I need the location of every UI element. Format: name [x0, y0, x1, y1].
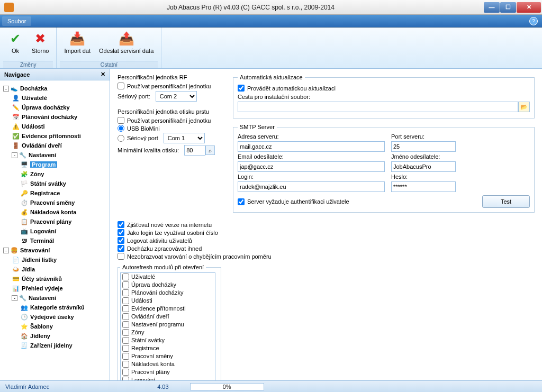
autorefresh-item[interactable]: Státní svátky: [121, 336, 215, 344]
autorefresh-item[interactable]: Uživatelé: [121, 273, 215, 281]
auto-update-fieldset: Automatická aktualizace Provádět automat…: [233, 74, 535, 118]
tree-toggle[interactable]: -: [12, 152, 17, 158]
ok-button[interactable]: ✔ Ok: [3, 30, 28, 55]
autorefresh-item[interactable]: Úprava docházky: [121, 281, 215, 289]
autorefresh-item[interactable]: Plánování docházky: [121, 289, 215, 297]
chk-process-now[interactable]: Docházku zpracovávat ihned: [118, 245, 535, 252]
autorefresh-item[interactable]: Registrace: [121, 344, 215, 352]
auto-update-checkbox[interactable]: Provádět automatickou aktualizaci: [238, 85, 530, 92]
cancel-button[interactable]: ✖ Storno: [28, 30, 53, 55]
send-icon: 📤: [119, 31, 134, 47]
tree-kategorie[interactable]: Kategorie strávníků: [30, 304, 85, 311]
navigation-panel: Navigace ✕ -👟 Docházka 👤 Uživatelé ✏️ Úp…: [0, 69, 110, 380]
template-icon: ⭐: [20, 322, 29, 331]
autorefresh-item[interactable]: Nastavení programu: [121, 321, 215, 329]
autorefresh-legend: Autorefresh modulů při otevření: [120, 264, 206, 270]
tree-smeny[interactable]: Pracovní směny: [30, 199, 75, 206]
nav-tree[interactable]: -👟 Docházka 👤 Uživatelé ✏️ Úprava docház…: [0, 80, 110, 380]
rf-port-select[interactable]: Com 2: [156, 91, 197, 102]
smtp-name-label: Jméno odesílatele:: [391, 153, 456, 160]
menu-file[interactable]: Soubor: [2, 16, 31, 26]
tree-dvere[interactable]: Ovládání dveří: [22, 142, 62, 149]
smtp-auth-checkbox[interactable]: Server vyžaduje authentifikaci uživatele: [238, 198, 349, 205]
autorefresh-item[interactable]: Nákladová konta: [121, 360, 215, 368]
tree-prehled[interactable]: Přehled výdeje: [22, 285, 63, 291]
category-icon: 👥: [20, 303, 29, 312]
device-icon: 🧾: [20, 341, 29, 350]
auto-path-label: Cesta pro instalační soubor:: [238, 94, 530, 100]
maximize-button[interactable]: ☐: [500, 2, 516, 13]
tree-jidleny[interactable]: Jídleny: [30, 333, 50, 339]
tree-plany[interactable]: Pracovní plány: [30, 218, 71, 225]
smtp-port-input[interactable]: [391, 141, 456, 152]
help-icon[interactable]: ?: [529, 17, 538, 25]
chk-no-warn[interactable]: Nezobrazvoat varování o chybějícím praco…: [118, 253, 535, 260]
tree-terminal[interactable]: Terminál: [30, 238, 54, 244]
min-quality-input[interactable]: [184, 145, 205, 156]
close-button[interactable]: ✕: [517, 2, 541, 13]
usb-biomini-radio[interactable]: USB BioMini: [118, 125, 223, 132]
tree-zony[interactable]: Zóny: [30, 171, 44, 177]
finger-port-select[interactable]: Com 1: [164, 133, 205, 143]
smtp-email-input[interactable]: [238, 161, 385, 172]
chk-log-activity[interactable]: Logovat aktivitu uživatelů: [118, 237, 535, 244]
tree-listky[interactable]: Jídlení lístky: [22, 257, 57, 263]
send-service-button[interactable]: 📤 Odeslat servisní data: [95, 30, 158, 55]
tree-zarizeni[interactable]: Zařízení jídelny: [30, 342, 72, 349]
finger-use-checkbox[interactable]: Používat personifikační jednotku: [118, 117, 223, 124]
tree-nastaveni2[interactable]: Nastavení: [29, 295, 56, 301]
smtp-login-input[interactable]: [238, 181, 385, 192]
key-icon: 🔑: [20, 188, 29, 198]
smtp-addr-input[interactable]: [238, 141, 385, 152]
tree-toggle[interactable]: -: [3, 86, 9, 92]
finger-scan-button[interactable]: ⌕: [205, 145, 215, 155]
tree-ucty[interactable]: Účty strávníků: [22, 276, 62, 282]
autorefresh-item[interactable]: Logování: [121, 376, 215, 380]
rf-use-checkbox[interactable]: Používat personifikační jednotku: [118, 83, 223, 89]
serial-port-radio[interactable]: Sériový port: [118, 135, 158, 142]
tree-vydej[interactable]: Výdejové úseky: [30, 314, 74, 320]
tree-program[interactable]: Program: [30, 161, 57, 168]
chk-internet[interactable]: Zjišťovat nové verze na internetu: [118, 221, 535, 228]
tree-nakladova[interactable]: Nákladová konta: [30, 209, 76, 215]
minimize-button[interactable]: —: [484, 2, 500, 13]
plan-icon: 📋: [20, 217, 29, 226]
settings-icon: 🔧: [19, 293, 27, 303]
autorefresh-list[interactable]: Uživatelé Úprava docházky Plánování doch…: [120, 272, 215, 380]
autorefresh-item[interactable]: Pracovní plány: [121, 368, 215, 376]
tree-sablony[interactable]: Šablony: [30, 323, 53, 330]
tree-udalosti[interactable]: Události: [22, 123, 44, 130]
autorefresh-item[interactable]: Pracovní směny: [121, 352, 215, 360]
tree-planovani[interactable]: Plánování docházky: [22, 114, 77, 120]
tree-nastaveni1[interactable]: Nastavení: [29, 152, 56, 158]
tree-evidence[interactable]: Evidence přítomnosti: [22, 133, 81, 139]
tree-dochazka[interactable]: Docházka: [20, 85, 47, 92]
tree-stravovani[interactable]: Stravování: [20, 247, 50, 253]
flag-icon: 🏳️: [20, 179, 29, 188]
tree-uprava[interactable]: Úprava docházky: [22, 104, 69, 111]
smtp-pass-input[interactable]: [391, 181, 456, 192]
smtp-test-button[interactable]: Test: [482, 195, 530, 208]
autorefresh-item[interactable]: Evidence přítomnosti: [121, 305, 215, 313]
menu-bar: Soubor ?: [0, 15, 542, 28]
tree-logovani[interactable]: Logování: [30, 228, 56, 234]
nav-close-icon[interactable]: ✕: [101, 71, 105, 78]
tree-jidla[interactable]: Jídla: [22, 266, 35, 272]
tree-registrace[interactable]: Registrace: [30, 190, 60, 196]
import-button[interactable]: 📥 Import dat: [60, 30, 95, 55]
tree-toggle[interactable]: -: [12, 295, 17, 301]
status-version: 4.03: [157, 384, 168, 390]
clock-icon: ⏱️: [20, 198, 29, 207]
autorefresh-item[interactable]: Zóny: [121, 329, 215, 336]
autorefresh-item[interactable]: Ovládání dveří: [121, 313, 215, 321]
tree-toggle[interactable]: -: [3, 248, 9, 253]
storno-label: Storno: [32, 48, 49, 54]
auto-path-input[interactable]: [238, 102, 518, 112]
tree-svatky[interactable]: Státní svátky: [30, 180, 66, 187]
chk-login-ocislo[interactable]: Jako login lze využívat osobní číslo: [118, 229, 535, 236]
smtp-addr-label: Adresa serveru:: [238, 133, 385, 140]
smtp-name-input[interactable]: [391, 161, 456, 172]
browse-folder-icon[interactable]: 📂: [518, 102, 530, 112]
tree-uzivatele[interactable]: Uživatelé: [22, 95, 47, 101]
autorefresh-item[interactable]: Události: [121, 297, 215, 305]
